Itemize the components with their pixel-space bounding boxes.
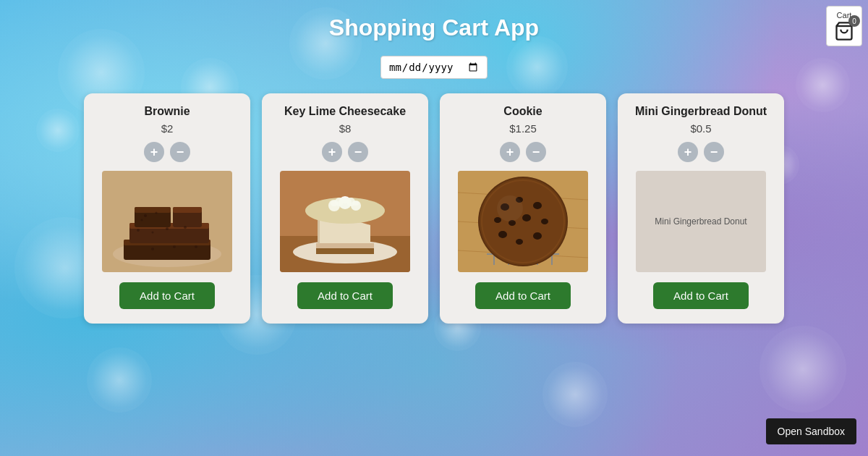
date-input-wrap [380, 56, 488, 79]
product-price-cookie: $1.25 [509, 122, 537, 135]
svg-point-33 [305, 198, 385, 224]
svg-point-51 [533, 202, 542, 209]
svg-point-53 [533, 232, 542, 240]
product-name-cookie: Cookie [503, 105, 542, 118]
bokeh-decoration [87, 347, 152, 413]
svg-point-20 [195, 245, 197, 248]
bokeh-decoration [542, 362, 608, 427]
svg-point-54 [516, 239, 523, 245]
main-content: Shopping Cart App Brownie $2 + − [0, 0, 868, 324]
bokeh-decoration [760, 326, 846, 413]
decrement-donut[interactable]: − [704, 142, 724, 162]
product-name-donut: Mini Gingerbread Donut [635, 105, 767, 118]
product-image-cheesecake [280, 171, 410, 272]
quantity-controls-cheesecake: + − [322, 142, 368, 162]
add-to-cart-donut[interactable]: Add to Cart [653, 282, 749, 309]
product-name-cheesecake: Key Lime Cheesecake [284, 105, 406, 118]
svg-point-15 [152, 232, 154, 234]
cart-icon-wrap: 0 [834, 21, 854, 41]
date-input[interactable] [380, 56, 488, 79]
cart-button[interactable]: Cart 0 [826, 6, 862, 46]
page-title: Shopping Cart App [329, 14, 539, 41]
svg-point-52 [541, 219, 548, 224]
svg-point-19 [151, 248, 154, 250]
product-image-donut: Mini Gingerbread Donut [636, 171, 766, 272]
svg-point-18 [173, 245, 176, 248]
add-to-cart-cheesecake[interactable]: Add to Cart [297, 282, 393, 309]
svg-point-14 [137, 229, 140, 232]
quantity-controls-brownie: + − [144, 142, 190, 162]
svg-point-12 [156, 212, 158, 214]
product-card-donut: Mini Gingerbread Donut $0.5 + − Mini Gin… [618, 93, 784, 324]
product-price-cheesecake: $8 [339, 122, 352, 135]
decrement-cheesecake[interactable]: − [348, 142, 368, 162]
svg-point-59 [497, 195, 523, 221]
svg-point-58 [522, 214, 531, 221]
product-image-brownie [102, 171, 232, 272]
svg-point-17 [184, 226, 187, 229]
add-to-cart-brownie[interactable]: Add to Cart [119, 282, 215, 309]
increment-cheesecake[interactable]: + [322, 142, 342, 162]
decrement-brownie[interactable]: − [170, 142, 190, 162]
svg-rect-10 [173, 207, 202, 213]
svg-point-56 [494, 217, 501, 223]
increment-donut[interactable]: + [678, 142, 698, 162]
product-image-cookie [458, 171, 588, 272]
svg-point-16 [166, 227, 169, 230]
product-name-brownie: Brownie [144, 105, 190, 118]
quantity-controls-donut: + − [678, 142, 724, 162]
open-sandbox-button[interactable]: Open Sandbox [766, 418, 856, 444]
product-card-cheesecake: Key Lime Cheesecake $8 + − [262, 93, 428, 324]
add-to-cart-cookie[interactable]: Add to Cart [475, 282, 571, 309]
product-card-brownie: Brownie $2 + − [84, 93, 250, 324]
increment-brownie[interactable]: + [144, 142, 164, 162]
decrement-cookie[interactable]: − [526, 142, 546, 162]
cart-count: 0 [848, 15, 860, 27]
product-price-brownie: $2 [161, 122, 174, 135]
svg-point-55 [498, 231, 507, 238]
increment-cookie[interactable]: + [500, 142, 520, 162]
svg-point-11 [144, 214, 147, 217]
product-price-donut: $0.5 [690, 122, 711, 135]
product-card-cookie: Cookie $1.25 + − [440, 93, 606, 324]
svg-rect-8 [135, 207, 171, 213]
quantity-controls-cookie: + − [500, 142, 546, 162]
svg-point-13 [141, 219, 143, 221]
products-row: Brownie $2 + − [69, 93, 799, 324]
